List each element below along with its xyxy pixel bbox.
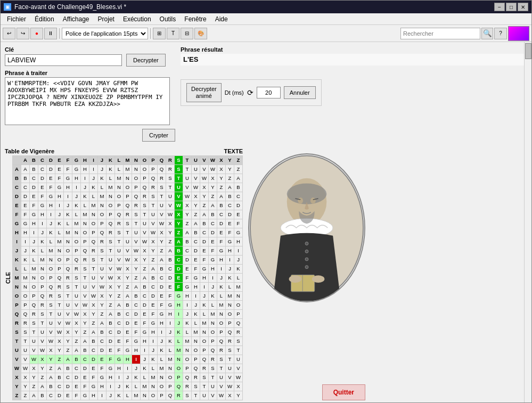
table-cell: R: [30, 310, 38, 319]
sep1: [59, 28, 60, 39]
search-button[interactable]: 🔍: [481, 28, 493, 39]
table-cell: M: [55, 237, 64, 246]
table-cell: J: [30, 237, 38, 246]
menu-fenetre[interactable]: Fenêtre: [180, 14, 210, 24]
dt-icon: ⟳: [247, 88, 253, 97]
color-button[interactable]: 🎨: [194, 28, 207, 39]
table-cell: Z: [81, 328, 89, 337]
table-cell: H: [149, 328, 158, 337]
table-cell: W: [183, 192, 192, 201]
table-cell: G: [226, 237, 234, 246]
table-cell: M: [98, 192, 107, 201]
table-cell: G: [30, 210, 38, 219]
scrollbar[interactable]: [524, 42, 531, 402]
align-button[interactable]: ⊞: [153, 28, 166, 39]
table-row: BBCDEFGHIJKLMNOPQRSTUVWXYZA: [13, 174, 243, 183]
table-cell: E: [209, 237, 217, 246]
table-cell: Y: [81, 319, 89, 328]
menu-execution[interactable]: Exécution: [119, 14, 155, 24]
help-button[interactable]: ?: [494, 28, 507, 39]
table-cell: M: [183, 337, 192, 346]
dt-input[interactable]: [257, 87, 281, 98]
table-cell: T: [89, 265, 98, 274]
table-cell: T: [200, 382, 209, 391]
table-cell: V: [47, 328, 55, 337]
pause-button[interactable]: ⏸: [44, 28, 57, 39]
table-cell: H: [209, 265, 217, 274]
table-cell: B: [149, 274, 158, 283]
table-cell: S: [200, 373, 209, 382]
table-cell: A: [89, 328, 98, 337]
table-cell: C: [192, 237, 200, 246]
close-button[interactable]: ✕: [518, 3, 528, 11]
table-cell: Z: [217, 183, 226, 192]
table-cell: N: [149, 382, 158, 391]
table-cell: U: [149, 210, 158, 219]
table-cell: O: [226, 310, 234, 319]
table-row: FFGHIJKLMNOPQRSTUVWXYZABCDE: [13, 210, 243, 219]
table-cell: P: [217, 328, 226, 337]
table-cell: N: [166, 364, 175, 373]
table-row: UUVWXYZABCDEFGHIJKLMNOPQRST: [13, 346, 243, 355]
text-button[interactable]: T: [167, 28, 179, 39]
table-cell: Y: [234, 391, 243, 400]
table-cell: Z: [141, 265, 149, 274]
table-cell: H: [47, 201, 55, 210]
table-cell: C: [175, 256, 183, 265]
table-cell: E: [175, 274, 183, 283]
table-cell: I: [72, 183, 81, 192]
menu-edition[interactable]: Édition: [30, 14, 59, 24]
table-cell: Y: [166, 228, 175, 237]
key-input[interactable]: [5, 54, 122, 66]
quitter-button[interactable]: Quitter: [322, 384, 365, 400]
table-cell: I: [98, 391, 107, 400]
decrypt-button[interactable]: Decrypter: [126, 54, 166, 67]
back-button[interactable]: ↩: [3, 28, 15, 39]
menu-outils[interactable]: Outils: [155, 14, 181, 24]
table-cell: L: [89, 192, 98, 201]
phrase-textarea[interactable]: W'ETNMRPTEM: <<VDIV GOVN JMAY GFMM PW AO…: [5, 77, 170, 125]
menu-aide[interactable]: Aide: [211, 14, 232, 24]
minimize-button[interactable]: −: [494, 3, 505, 11]
table-cell: X: [200, 183, 209, 192]
dt-label: Dt (ms): [225, 89, 244, 96]
table-cell: H: [81, 165, 89, 174]
table-cell: E: [141, 310, 149, 319]
maximize-button[interactable]: □: [506, 3, 517, 11]
record-button[interactable]: ●: [30, 28, 43, 39]
table-cell: U: [200, 391, 209, 400]
table-row: VVWXYZABCDEFGHIJKLMNOPQRSTU: [13, 355, 243, 364]
table-cell: G: [98, 373, 107, 382]
table-cell: T: [175, 174, 183, 183]
table-cell: Q: [21, 310, 30, 319]
crypt-button[interactable]: Crypter: [142, 129, 175, 142]
table-cell: P: [234, 310, 243, 319]
scrollbar-thumb[interactable]: [525, 43, 531, 59]
table-cell: F: [98, 364, 107, 373]
table-row: PPQRSTUVWXYZABCDEFGHIJKLMNO: [13, 301, 243, 310]
table-cell: N: [226, 301, 234, 310]
table-cell: C: [200, 228, 209, 237]
search-input[interactable]: [400, 28, 480, 39]
table-cell: L: [124, 391, 132, 400]
table-cell: N: [38, 265, 47, 274]
font-select[interactable]: Police de l'application 15pts: [62, 28, 148, 39]
annuler-button[interactable]: Annuler: [284, 86, 316, 99]
menu-fichier[interactable]: Fichier: [3, 14, 30, 24]
menu-affichage[interactable]: Affichage: [59, 14, 94, 24]
table-cell: X: [209, 174, 217, 183]
table-cell: T: [209, 373, 217, 382]
table-cell: I: [158, 328, 166, 337]
table-cell: M: [149, 373, 158, 382]
menu-projet[interactable]: Projet: [94, 14, 119, 24]
table-cell: R: [200, 364, 209, 373]
forward-button[interactable]: ↪: [17, 28, 29, 39]
grid-button[interactable]: ⊟: [181, 28, 193, 39]
phrase-section: Phrase à traiter W'ETNMRPTEM: <<VDIV GOV…: [5, 70, 175, 142]
table-cell: O: [192, 346, 200, 355]
table-cell: V: [89, 283, 98, 292]
decrypt-anim-button[interactable]: Decrypter animé: [186, 83, 222, 102]
table-row: YYZABCDEFGHIJKLMNOPQRSTUVWX: [13, 382, 243, 391]
table-cell: W: [81, 301, 89, 310]
table-cell: H: [72, 174, 81, 183]
